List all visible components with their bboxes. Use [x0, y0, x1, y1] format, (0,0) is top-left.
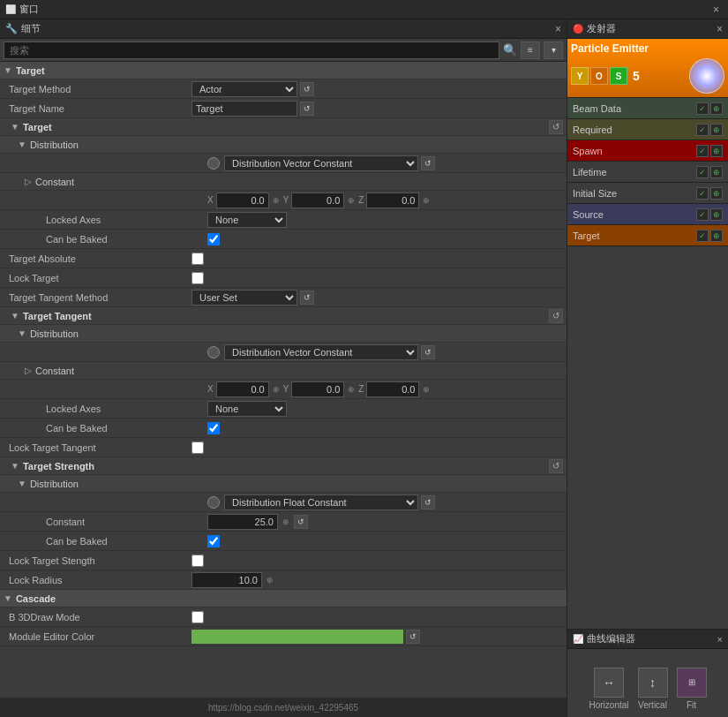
module-source-check1[interactable]: ✓ — [696, 208, 709, 221]
module-item-required[interactable]: Required ✓ ⊕ — [567, 119, 728, 140]
module-spawn-check2[interactable]: ⊕ — [710, 145, 723, 157]
search-input[interactable] — [4, 42, 499, 59]
tangent-dist-header[interactable]: ▼ Distribution — [0, 325, 567, 343]
tangent-dist-dropdown[interactable]: Distribution Vector Constant — [224, 344, 418, 360]
tangent-x-input[interactable] — [216, 381, 269, 397]
tangent-x-spin[interactable]: ⊕ — [271, 385, 281, 394]
module-lifetime-check1[interactable]: ✓ — [696, 166, 709, 178]
emitter-icon-s[interactable]: S — [610, 67, 627, 85]
options-btn[interactable]: ▾ — [544, 42, 563, 59]
module-target-check2[interactable]: ⊕ — [710, 230, 723, 242]
module-initial-size-check1[interactable]: ✓ — [696, 187, 709, 200]
target-absolute-checkbox[interactable] — [191, 253, 204, 265]
lock-target-checkbox[interactable] — [191, 272, 204, 284]
module-lifetime-check2[interactable]: ⊕ — [710, 166, 723, 178]
lock-radius-spin[interactable]: ⊕ — [265, 576, 275, 585]
lock-target-tangent-checkbox[interactable] — [191, 442, 204, 454]
strength-dist-reset[interactable]: ↺ — [421, 495, 435, 509]
lock-target-stength-row: Lock Target Stength — [0, 551, 567, 570]
target-x-input[interactable] — [216, 192, 269, 208]
tangent-method-reset[interactable]: ↺ — [300, 291, 314, 305]
emitter-icon-orange[interactable]: O — [590, 67, 608, 85]
target-tangent-method-value: User Set ↺ — [191, 290, 565, 306]
target-constant-header[interactable]: ▷ Constant — [0, 173, 567, 191]
tangent-locked-axes-dropdown[interactable]: None — [207, 401, 287, 417]
module-source-icons: ✓ ⊕ — [696, 208, 723, 221]
strength-spin[interactable]: ⊕ — [281, 517, 291, 526]
target-tangent-label: Target Tangent — [23, 311, 92, 321]
target-dist-header[interactable]: ▼ Distribution — [0, 136, 567, 154]
target-z-input[interactable] — [366, 192, 419, 208]
target-strength-header[interactable]: ▼ Target Strength ↺ — [0, 457, 567, 475]
target-dist-dropdown[interactable]: Distribution Vector Constant — [224, 155, 418, 171]
target-section-header[interactable]: ▼ Target — [0, 62, 567, 79]
target-strength-reset[interactable]: ↺ — [549, 459, 563, 473]
target-dist-reset[interactable]: ↺ — [421, 156, 435, 170]
module-item-spawn[interactable]: Spawn ✓ ⊕ — [567, 140, 728, 162]
b3d-draw-mode-checkbox[interactable] — [191, 611, 204, 623]
target-z-spin[interactable]: ⊕ — [421, 196, 432, 205]
emitter-close-btn[interactable]: × — [717, 23, 723, 35]
tangent-can-be-baked-checkbox[interactable] — [207, 422, 220, 434]
target-sub-reset[interactable]: ↺ — [549, 120, 563, 134]
strength-constant-input[interactable] — [207, 514, 278, 530]
tangent-z-input[interactable] — [366, 381, 419, 397]
vertical-btn[interactable]: ↕ Vertical — [638, 668, 668, 710]
tangent-y-input[interactable] — [291, 381, 344, 397]
strength-constant-reset[interactable]: ↺ — [294, 515, 308, 529]
module-beam-data-check1[interactable]: ✓ — [696, 102, 709, 115]
module-item-source[interactable]: Source ✓ ⊕ — [567, 204, 728, 225]
lock-radius-input[interactable] — [191, 572, 262, 588]
module-required-check1[interactable]: ✓ — [696, 124, 709, 136]
cascade-section-header[interactable]: ▼ Cascade — [0, 590, 567, 608]
strength-dist-dropdown[interactable]: Distribution Float Constant — [224, 494, 418, 510]
module-editor-color-bar[interactable] — [191, 630, 403, 644]
fit-btn[interactable]: ⊞ Fit — [677, 668, 707, 710]
target-tangent-header[interactable]: ▼ Target Tangent ↺ — [0, 307, 567, 325]
target-locked-axes-dropdown[interactable]: None — [207, 212, 287, 228]
target-method-dropdown[interactable]: Actor — [191, 81, 297, 97]
target-name-reset[interactable]: ↺ — [300, 102, 314, 116]
watermark-bar: https://blog.csdn.net/weixin_42295465 — [0, 698, 567, 717]
target-locked-axes-value: None — [207, 212, 565, 228]
module-item-beam-data[interactable]: Beam Data ✓ ⊕ — [567, 98, 728, 119]
target-y-label: Y — [283, 195, 289, 205]
target-name-input[interactable] — [191, 101, 297, 117]
target-y-input[interactable] — [291, 192, 344, 208]
module-initial-size-check2[interactable]: ⊕ — [710, 187, 723, 200]
target-method-row: Target Method Actor ↺ — [0, 79, 567, 99]
tangent-constant-header[interactable]: ▷ Constant — [0, 362, 567, 380]
tangent-dist-value: Distribution Vector Constant ↺ — [207, 344, 565, 360]
target-can-be-baked-checkbox[interactable] — [207, 233, 220, 245]
module-beam-data-check2[interactable]: ⊕ — [710, 102, 723, 115]
target-method-reset[interactable]: ↺ — [300, 82, 314, 96]
tangent-dist-reset[interactable]: ↺ — [421, 345, 435, 359]
target-sub-label: Target — [23, 122, 52, 132]
module-item-initial-size[interactable]: Initial Size ✓ ⊕ — [567, 183, 728, 204]
module-target-check1[interactable]: ✓ — [696, 230, 709, 242]
module-item-lifetime[interactable]: Lifetime ✓ ⊕ — [567, 162, 728, 183]
tangent-y-spin[interactable]: ⊕ — [346, 385, 356, 394]
module-source-check2[interactable]: ⊕ — [710, 208, 723, 221]
lock-target-stength-checkbox[interactable] — [191, 555, 204, 567]
module-beam-data-icons: ✓ ⊕ — [696, 102, 723, 115]
module-item-target[interactable]: Target ✓ ⊕ — [567, 225, 728, 246]
tangent-z-spin[interactable]: ⊕ — [421, 385, 432, 394]
module-spawn-check1[interactable]: ✓ — [696, 145, 709, 157]
module-editor-color-reset[interactable]: ↺ — [406, 630, 420, 644]
module-required-check2[interactable]: ⊕ — [710, 124, 723, 136]
curves-close-btn[interactable]: × — [717, 634, 723, 645]
target-x-spin[interactable]: ⊕ — [271, 196, 281, 205]
window-close-btn[interactable]: × — [709, 4, 723, 16]
emitter-icon-yellow[interactable]: Y — [571, 67, 589, 85]
grid-view-btn[interactable]: ≡ — [521, 42, 540, 59]
horizontal-btn[interactable]: ↔ Horizontal — [589, 668, 628, 710]
target-y-spin[interactable]: ⊕ — [346, 196, 356, 205]
detail-close-btn[interactable]: × — [555, 23, 561, 35]
strength-dist-header[interactable]: ▼ Distribution — [0, 475, 567, 493]
target-tangent-method-dropdown[interactable]: User Set — [191, 290, 297, 306]
strength-can-be-baked-checkbox[interactable] — [207, 535, 220, 547]
target-tangent-reset[interactable]: ↺ — [549, 309, 563, 323]
target-sub-header[interactable]: ▼ Target ↺ — [0, 118, 567, 136]
dist-indicator-2 — [207, 346, 220, 358]
